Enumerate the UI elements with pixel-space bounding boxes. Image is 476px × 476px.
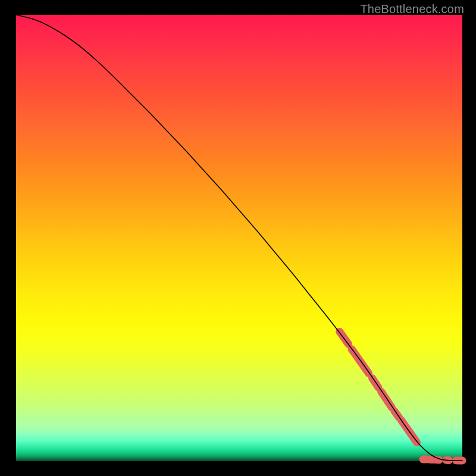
curve-line — [16, 15, 462, 461]
chart-svg — [16, 15, 462, 461]
plot-area — [16, 15, 462, 461]
highlight-segment — [381, 392, 392, 408]
watermark-label: TheBottleneck.com — [360, 2, 464, 16]
highlight-group — [340, 332, 462, 461]
chart-stage: TheBottleneck.com — [0, 0, 476, 476]
highlight-segment — [372, 378, 379, 388]
